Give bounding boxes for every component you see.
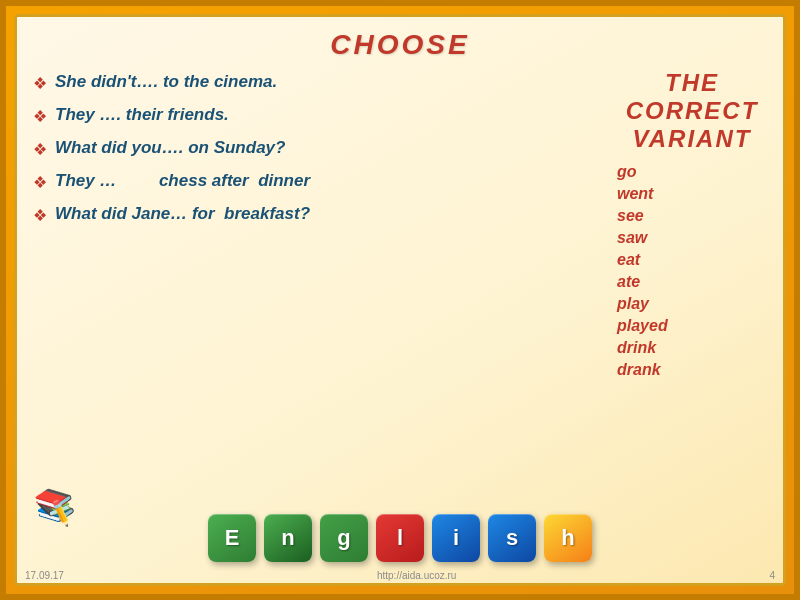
footer-page: 4 <box>769 570 775 581</box>
word-option-drink[interactable]: drink <box>587 337 767 359</box>
word-option-played[interactable]: played <box>587 315 767 337</box>
sentence-text-2: They …. their friends. <box>55 104 229 127</box>
sentence-item-4: ❖ They … chess after dinner <box>33 168 577 193</box>
title-row: CHOOSE <box>17 17 783 65</box>
sentence-text-4: They … chess after dinner <box>55 170 310 193</box>
title-choose: CHOOSE <box>330 29 469 61</box>
word-option-see[interactable]: see <box>587 205 767 227</box>
sentence-item-2: ❖ They …. their friends. <box>33 102 577 127</box>
diamond-icon-1: ❖ <box>33 74 47 93</box>
word-option-drank[interactable]: drank <box>587 359 767 381</box>
diamond-icon-5: ❖ <box>33 206 47 225</box>
correct-variant-line2: VARIANT <box>617 125 767 153</box>
cube-n: n <box>264 514 312 562</box>
word-option-play[interactable]: play <box>587 293 767 315</box>
sentence-text-5: What did Jane… for breakfast? <box>55 203 310 226</box>
cube-i: i <box>432 514 480 562</box>
diamond-icon-3: ❖ <box>33 140 47 159</box>
word-option-eat[interactable]: eat <box>587 249 767 271</box>
word-option-saw[interactable]: saw <box>587 227 767 249</box>
sentence-item-5: ❖ What did Jane… for breakfast? <box>33 201 577 226</box>
correct-variant-line1: THE CORRECT <box>617 69 767 125</box>
sentence-item-1: ❖ She didn't…. to the cinema. <box>33 69 577 94</box>
footer-date: 17.09.17 <box>25 570 64 581</box>
cube-E: E <box>208 514 256 562</box>
outer-frame: CHOOSE ❖ She didn't…. to the cinema. ❖ T… <box>0 0 800 600</box>
footer-url: http://aida.ucoz.ru <box>377 570 457 581</box>
cube-h: h <box>544 514 592 562</box>
word-option-ate[interactable]: ate <box>587 271 767 293</box>
cube-s: s <box>488 514 536 562</box>
diamond-icon-4: ❖ <box>33 173 47 192</box>
sentence-item-3: ❖ What did you…. on Sunday? <box>33 135 577 160</box>
diamond-icon-2: ❖ <box>33 107 47 126</box>
cube-l: l <box>376 514 424 562</box>
main-area: ❖ She didn't…. to the cinema. ❖ They …. … <box>17 65 783 508</box>
sentence-text-3: What did you…. on Sunday? <box>55 137 285 160</box>
sentence-text-1: She didn't…. to the cinema. <box>55 71 277 94</box>
cube-g: g <box>320 514 368 562</box>
sentences-column: ❖ She didn't…. to the cinema. ❖ They …. … <box>33 69 587 504</box>
footer: 17.09.17 http://aida.ucoz.ru 4 <box>17 568 783 583</box>
bottom-bar: E n g l i s h <box>17 508 783 568</box>
inner-content: CHOOSE ❖ She didn't…. to the cinema. ❖ T… <box>14 14 786 586</box>
word-option-went[interactable]: went <box>587 183 767 205</box>
options-column: THE CORRECT VARIANT go went see saw eat … <box>587 69 767 504</box>
word-option-go[interactable]: go <box>587 161 767 183</box>
correct-variant-header: THE CORRECT VARIANT <box>587 69 767 161</box>
